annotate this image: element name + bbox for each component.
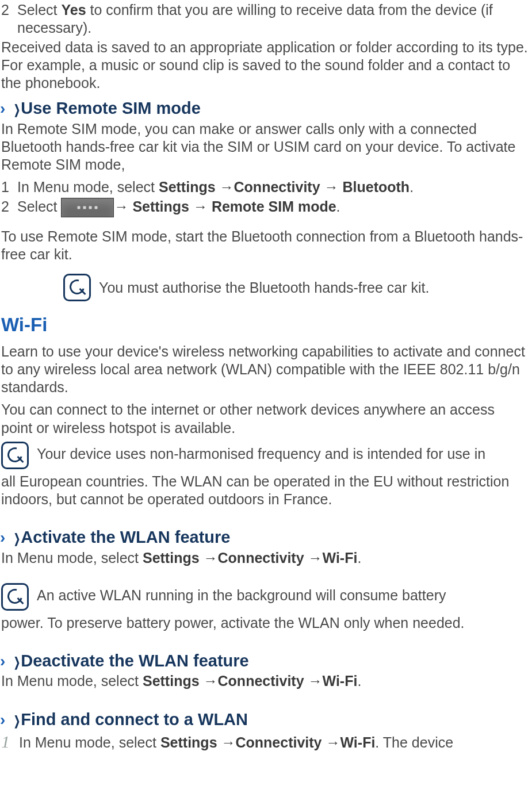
paragraph-activate-path: In Menu mode, select Settings →Connectiv… bbox=[0, 549, 530, 567]
step-text: Select Yes to confirm that you are willi… bbox=[17, 1, 530, 37]
note-battery-cont: power. To preserve battery power, activa… bbox=[0, 614, 530, 632]
note-text: An active WLAN running in the background… bbox=[37, 583, 530, 604]
note-authorise: You must authorise the Bluetooth hands-f… bbox=[0, 274, 530, 301]
section-find-connect-wlan: › ❯Find and connect to a WLAN bbox=[0, 709, 530, 730]
paragraph-remote-sim-use: To use Remote SIM mode, start the Blueto… bbox=[0, 228, 530, 264]
note-icon bbox=[1, 442, 29, 469]
step-number: 2 bbox=[0, 198, 17, 217]
step-number: 2 bbox=[0, 1, 17, 37]
section-activate-wlan: › ❯Activate the WLAN feature bbox=[0, 527, 530, 547]
step-2-select-yes: 2 Select Yes to confirm that you are wil… bbox=[0, 1, 530, 37]
chevron-icon: › bbox=[0, 652, 5, 670]
note-eu-cont: all European countries. The WLAN can be … bbox=[0, 473, 530, 509]
chevron-small-icon: ❯ bbox=[14, 102, 20, 118]
chevron-icon: › bbox=[0, 99, 5, 117]
chevron-icon: › bbox=[0, 528, 5, 546]
step-2-select-remote-sim: 2 Select → Settings → Remote SIM mode. bbox=[0, 198, 530, 217]
step-number-italic: 1 bbox=[1, 731, 15, 753]
section-remote-sim: › ❯Use Remote SIM mode bbox=[0, 98, 530, 118]
note-icon bbox=[63, 274, 91, 301]
chevron-small-icon: ❯ bbox=[14, 713, 20, 729]
note-icon bbox=[1, 583, 29, 611]
chevron-small-icon: ❯ bbox=[14, 654, 20, 670]
paragraph-remote-sim-intro: In Remote SIM mode, you can make or answ… bbox=[0, 120, 530, 174]
step-text: In Menu mode, select Settings →Connectiv… bbox=[17, 178, 530, 196]
step-text: Select → Settings → Remote SIM mode. bbox=[17, 198, 530, 217]
chevron-icon: › bbox=[0, 711, 5, 729]
section-deactivate-wlan: › ❯Deactivate the WLAN feature bbox=[0, 650, 530, 671]
step-number: 1 bbox=[0, 178, 17, 196]
note-text: You must authorise the Bluetooth hands-f… bbox=[99, 279, 429, 297]
chevron-small-icon: ❯ bbox=[14, 531, 20, 547]
note-eu-frequency: Your device uses non-harmonised frequenc… bbox=[0, 442, 530, 469]
note-text: Your device uses non-harmonised frequenc… bbox=[37, 442, 530, 463]
more-menu-icon bbox=[61, 198, 114, 217]
heading-wifi: Wi-Fi bbox=[0, 313, 530, 336]
paragraph-deactivate-path: In Menu mode, select Settings →Connectiv… bbox=[0, 672, 530, 690]
paragraph-wifi-connect: You can connect to the internet or other… bbox=[0, 401, 530, 437]
step-1-menu-bluetooth: 1 In Menu mode, select Settings →Connect… bbox=[0, 178, 530, 196]
step-1-find-wlan: 1 In Menu mode, select Settings →Connect… bbox=[0, 731, 530, 753]
note-battery: An active WLAN running in the background… bbox=[0, 583, 530, 611]
paragraph-received-data: Received data is saved to an appropriate… bbox=[0, 39, 530, 93]
paragraph-wifi-intro: Learn to use your device's wireless netw… bbox=[0, 343, 530, 397]
